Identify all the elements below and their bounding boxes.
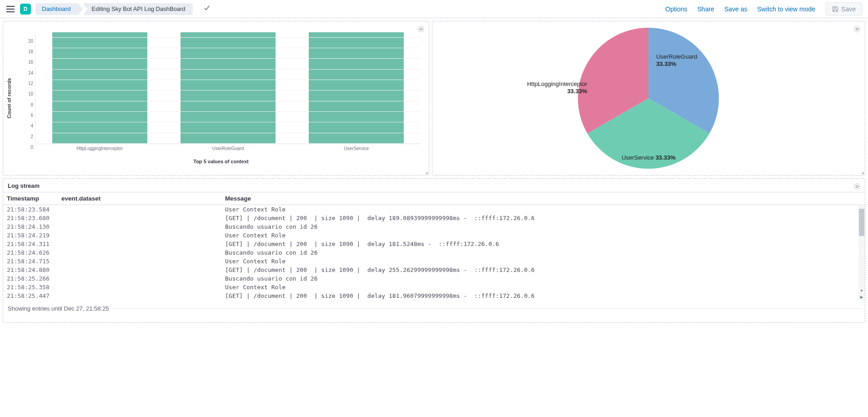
log-cell-timestamp: 21:58:25.447 xyxy=(7,292,61,299)
bar-chart: HttpLoggingInterceptorUserRoleGuardUserS… xyxy=(21,28,421,167)
bar-x-tick: UserService xyxy=(344,146,369,151)
dashboard-body: Count of records HttpLoggingInterceptorU… xyxy=(0,18,868,326)
bar-y-tick: 10 xyxy=(21,91,33,96)
log-cell-message: [GET] | /document | 200 | size 1090 | de… xyxy=(225,241,855,247)
log-cell-dataset xyxy=(61,232,225,239)
log-cell-dataset xyxy=(61,292,225,299)
log-row[interactable]: 21:58:24.311[GET] | /document | 200 | si… xyxy=(3,240,858,248)
breadcrumb-editing: Editing Sky Bot API Log DashBoard xyxy=(83,3,193,15)
bar-y-tick: 12 xyxy=(21,81,33,86)
log-footer-rule: Showing entries until Dec 27, 21:58:25 xyxy=(7,308,861,309)
log-cell-message: [GET] | /document | 200 | size 1090 | de… xyxy=(225,292,855,299)
log-cell-message: Buscando usuario con id 26 xyxy=(225,275,855,282)
space-badge[interactable]: D xyxy=(20,4,31,15)
log-cell-dataset xyxy=(61,215,225,221)
log-cell-timestamp: 21:58:24.715 xyxy=(7,258,61,265)
log-cell-dataset xyxy=(61,241,225,247)
scrollbar-thumb[interactable] xyxy=(859,209,864,236)
bar-y-tick: 16 xyxy=(21,60,33,65)
save-button-label: Save xyxy=(841,5,856,13)
bar[interactable] xyxy=(309,32,404,144)
log-cell-message: User Context Role xyxy=(225,206,855,213)
save-icon xyxy=(832,6,838,12)
options-link[interactable]: Options xyxy=(665,5,687,13)
log-table-header: Timestamp event.dataset Message xyxy=(3,192,865,205)
log-cell-dataset xyxy=(61,206,225,213)
save-as-link[interactable]: Save as xyxy=(724,5,748,13)
log-row[interactable]: 21:58:25.447[GET] | /document | 200 | si… xyxy=(3,291,858,300)
bar-x-tick: HttpLoggingInterceptor xyxy=(76,146,123,151)
log-col-timestamp[interactable]: Timestamp xyxy=(7,195,61,202)
log-cell-timestamp: 21:58:25.266 xyxy=(7,275,61,282)
bar-y-tick: 14 xyxy=(21,70,33,75)
pie-slice-label: UserRoleGuard33.33% xyxy=(656,53,697,68)
bar-x-label: Top 5 values of context xyxy=(193,159,248,164)
bar-y-tick: 20 xyxy=(21,38,33,43)
bar-y-label: Count of records xyxy=(6,78,12,119)
log-row[interactable]: 21:58:25.266Buscando usuario con id 26 xyxy=(3,274,858,283)
log-cell-message: Buscando usuario con id 26 xyxy=(225,249,855,256)
panel-gear-icon[interactable] xyxy=(852,181,862,191)
log-col-dataset[interactable]: event.dataset xyxy=(61,195,225,202)
bar-y-tick: 8 xyxy=(21,102,33,107)
log-cell-dataset xyxy=(61,223,225,230)
menu-icon[interactable] xyxy=(5,4,15,14)
bar-x-tick: UserRoleGuard xyxy=(212,146,244,151)
bar-y-tick: 0 xyxy=(21,145,33,150)
log-row[interactable]: 21:58:24.715User Context Role xyxy=(3,257,858,266)
log-row[interactable]: 21:58:24.880[GET] | /document | 200 | si… xyxy=(3,266,858,274)
log-cell-message: [GET] | /document | 200 | size 1090 | de… xyxy=(225,266,855,273)
scroll-down-icon[interactable]: ▼ xyxy=(858,287,865,294)
log-table-body: 21:58:23.584User Context Role21:58:23.68… xyxy=(3,205,865,300)
log-cell-timestamp: 21:58:25.358 xyxy=(7,284,61,291)
log-cell-timestamp: 21:58:24.880 xyxy=(7,266,61,273)
panel-bar-chart[interactable]: Count of records HttpLoggingInterceptorU… xyxy=(3,21,429,176)
log-stream-title: Log stream xyxy=(3,179,865,192)
log-col-message[interactable]: Message xyxy=(225,195,861,202)
log-scrollbar[interactable]: ▼ ▶ xyxy=(858,205,865,300)
log-cell-timestamp: 21:58:24.219 xyxy=(7,232,61,239)
bar-y-tick: 18 xyxy=(21,49,33,54)
log-row[interactable]: 21:58:24.626Buscando usuario con id 26 xyxy=(3,248,858,257)
panel-resize-handle[interactable] xyxy=(423,170,428,174)
log-footer-text: Showing entries until Dec 27, 21:58:25 xyxy=(8,305,113,312)
log-cell-timestamp: 21:58:24.130 xyxy=(7,223,61,230)
log-cell-dataset xyxy=(61,249,225,256)
topbar-actions: Options Share Save as Switch to view mod… xyxy=(665,2,863,16)
log-cell-dataset xyxy=(61,266,225,273)
breadcrumb-dashboard[interactable]: Dashboard xyxy=(35,3,78,15)
log-cell-message: Buscando usuario con id 26 xyxy=(225,223,855,230)
svg-point-2 xyxy=(856,186,858,187)
bar[interactable] xyxy=(52,32,147,144)
bar-y-tick: 4 xyxy=(21,123,33,128)
check-icon[interactable] xyxy=(204,5,210,13)
pie-slice-label: UserService 33.33% xyxy=(622,154,676,161)
panel-log-stream[interactable]: Log stream Timestamp event.dataset Messa… xyxy=(3,178,865,323)
bar[interactable] xyxy=(181,32,276,144)
pie-slice-label: HttpLoggingInterceptor33.33% xyxy=(514,80,587,95)
save-button[interactable]: Save xyxy=(825,2,863,16)
share-link[interactable]: Share xyxy=(697,5,714,13)
log-cell-timestamp: 21:58:24.626 xyxy=(7,249,61,256)
log-row[interactable]: 21:58:23.584User Context Role xyxy=(3,205,858,214)
log-cell-message: User Context Role xyxy=(225,232,855,239)
log-row[interactable]: 21:58:23.680[GET] | /document | 200 | si… xyxy=(3,214,858,222)
log-row[interactable]: 21:58:24.130Buscando usuario con id 26 xyxy=(3,222,858,231)
log-cell-dataset xyxy=(61,284,225,291)
bar-y-tick: 6 xyxy=(21,113,33,118)
log-cell-timestamp: 21:58:23.584 xyxy=(7,206,61,213)
bar-y-tick: 2 xyxy=(21,134,33,139)
panel-pie-chart[interactable]: UserRoleGuard33.33%HttpLoggingIntercepto… xyxy=(432,21,865,176)
log-cell-message: User Context Role xyxy=(225,258,855,265)
scroll-right-icon[interactable]: ▶ xyxy=(858,294,865,300)
log-cell-dataset xyxy=(61,275,225,282)
log-cell-timestamp: 21:58:23.680 xyxy=(7,215,61,221)
breadcrumb: Dashboard Editing Sky Bot API Log DashBo… xyxy=(35,3,197,15)
topbar: D Dashboard Editing Sky Bot API Log Dash… xyxy=(0,0,868,18)
log-row[interactable]: 21:58:25.358User Context Role xyxy=(3,283,858,291)
log-cell-message: User Context Role xyxy=(225,284,855,291)
log-cell-timestamp: 21:58:24.311 xyxy=(7,241,61,247)
log-row[interactable]: 21:58:24.219User Context Role xyxy=(3,231,858,240)
log-cell-message: [GET] | /document | 200 | size 1090 | de… xyxy=(225,215,855,221)
switch-view-link[interactable]: Switch to view mode xyxy=(757,5,815,13)
